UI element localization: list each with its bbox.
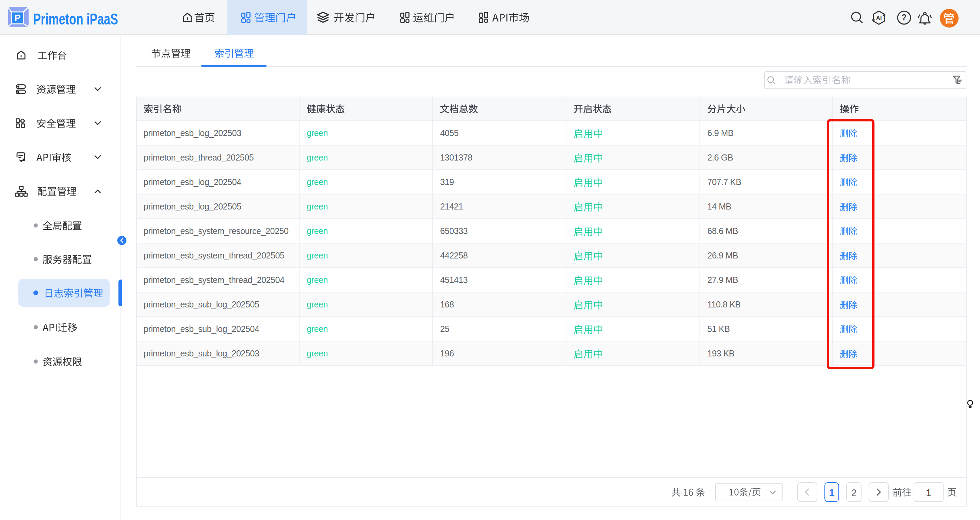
svg-text:AI: AI [876, 15, 882, 21]
svg-text:P: P [14, 13, 21, 23]
svg-text:?: ? [901, 13, 907, 22]
